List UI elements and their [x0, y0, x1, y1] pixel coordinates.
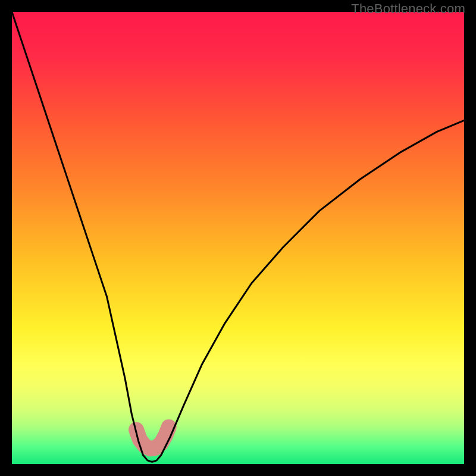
optimal-zone-marker	[136, 427, 169, 449]
outer-frame: TheBottleneck.com	[0, 0, 476, 476]
plot-area	[12, 12, 464, 464]
chart-svg	[12, 12, 464, 464]
watermark-text: TheBottleneck.com	[351, 1, 465, 17]
bottleneck-curve	[12, 12, 464, 462]
